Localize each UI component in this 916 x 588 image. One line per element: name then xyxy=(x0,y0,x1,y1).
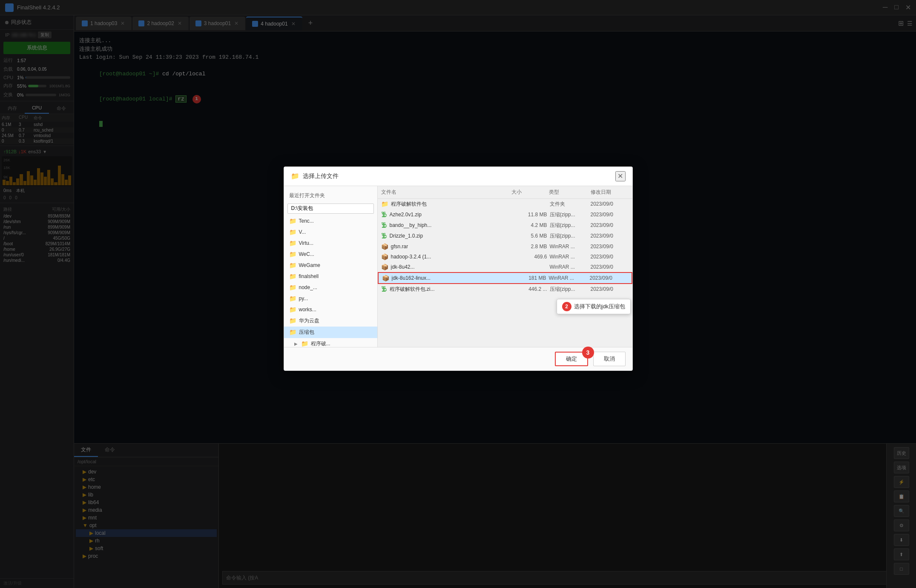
step-2-badge: 2 xyxy=(562,302,571,311)
upload-icon: 📁 xyxy=(291,172,299,180)
folder-label: 压缩包 xyxy=(299,329,314,336)
folder-icon: 📁 xyxy=(289,284,296,291)
file-name: 程序破解软件包.zi... xyxy=(390,286,511,293)
folder-wegame[interactable]: 📁 WeGame xyxy=(284,260,377,271)
rar-icon: 📦 xyxy=(382,275,389,281)
confirm-area: 确定 3 xyxy=(555,352,588,366)
file-date: 2023/09/0 xyxy=(591,254,629,260)
file-row-jdk8u162[interactable]: 📦 jdk-8u162-linux... 181 MB WinRAR ... 2… xyxy=(378,272,632,284)
folder-icon: 📁 xyxy=(289,240,296,247)
dialog-title-text: 选择上传文件 xyxy=(303,172,339,180)
file-date: 2023/09/0 xyxy=(591,212,629,218)
file-row-gfsn[interactable]: 📦 gfsn.rar 2.8 MB WinRAR ... 2023/09/0 xyxy=(378,241,632,252)
folder-icon: 📁 xyxy=(289,273,296,280)
file-date: 2023/09/0 xyxy=(591,244,629,250)
folder-cracked[interactable]: ▶ 📁 程序破... xyxy=(284,338,377,347)
rar-icon: 📦 xyxy=(381,253,388,260)
file-size: 11.8 MB xyxy=(513,212,547,218)
folder-label: WeGame xyxy=(299,262,320,268)
folder-label: py... xyxy=(299,295,308,301)
file-size: 469.6 xyxy=(513,254,547,260)
file-row-folder[interactable]: 📁 程序破解软件包 文件夹 2023/09/0 xyxy=(378,199,632,209)
folder-icon: 📁 xyxy=(289,229,296,235)
folder-tenc[interactable]: 📁 Tenc... xyxy=(284,215,377,227)
folder-finalshell[interactable]: 📁 finalshell xyxy=(284,271,377,282)
folder-works[interactable]: 📁 works... xyxy=(284,304,377,315)
folder-label: node_... xyxy=(299,284,317,290)
folder-wec[interactable]: 📁 WeC... xyxy=(284,249,377,260)
dialog-overlay: 📁 选择上传文件 ✕ 最近打开文件夹 📁 Tenc... 📁 V... 📁 xyxy=(0,0,916,588)
file-name: gfsn.rar xyxy=(391,244,511,250)
file-name: Drizzle_1.0.zip xyxy=(390,233,511,239)
file-type: WinRAR ... xyxy=(550,244,588,250)
expand-arrow-icon: ▶ xyxy=(294,341,298,346)
dialog-title-bar: 📁 选择上传文件 ✕ xyxy=(284,167,632,186)
zip-icon: 🗜 xyxy=(381,211,387,218)
folder-icon: 📁 xyxy=(289,218,296,224)
folder-icon: 📁 xyxy=(289,317,296,324)
folder-label: WeC... xyxy=(299,251,314,257)
file-date: 2023/09/0 xyxy=(591,286,629,292)
file-date: 2023/09/0 xyxy=(591,264,629,270)
folder-icon: 📁 xyxy=(301,340,308,347)
folder-compressed[interactable]: 📁 压缩包 xyxy=(284,327,377,338)
folder-icon: 📁 xyxy=(289,251,296,258)
folder-py[interactable]: 📁 py... xyxy=(284,293,377,304)
folder-label: V... xyxy=(299,229,306,235)
path-input[interactable] xyxy=(287,204,374,214)
file-date: 2023/09/0 xyxy=(590,275,628,281)
folder-label: finalshell xyxy=(299,273,319,279)
file-row-drizzle[interactable]: 🗜 Drizzle_1.0.zip 5.6 MB 压缩(zipp... 2023… xyxy=(378,231,632,241)
file-row-hadoop[interactable]: 📦 hadoop-3.2.4 (1... 469.6 WinRAR ... 20… xyxy=(378,252,632,262)
folder-huawei[interactable]: 📁 华为云盘 xyxy=(284,315,377,327)
zip-icon: 🗜 xyxy=(381,286,387,293)
folder-virtu[interactable]: 📁 Virtu... xyxy=(284,238,377,249)
folder-label: 程序破... xyxy=(311,340,330,347)
file-row-azhe[interactable]: 🗜 Azhe2.0v1.zip 11.8 MB 压缩(zipp... 2023/… xyxy=(378,209,632,220)
file-type: 压缩(zipp... xyxy=(550,286,588,293)
dialog-close-button[interactable]: ✕ xyxy=(615,171,626,181)
file-name: 程序破解软件包 xyxy=(391,201,511,208)
file-name: jdk-8u42... xyxy=(391,264,511,270)
rar-icon: 📦 xyxy=(381,264,388,270)
zip-icon: 🗜 xyxy=(381,232,387,239)
recent-label: 最近打开文件夹 xyxy=(284,189,377,202)
file-row-cracked-zip[interactable]: 🗜 程序破解软件包.zi... 446.2 ... 压缩(zipp... 202… xyxy=(378,284,632,295)
file-type: 文件夹 xyxy=(550,201,588,208)
file-type: WinRAR ... xyxy=(550,254,588,260)
upload-dialog: 📁 选择上传文件 ✕ 最近打开文件夹 📁 Tenc... 📁 V... 📁 xyxy=(284,166,633,371)
rar-icon: 📦 xyxy=(381,243,388,250)
file-type: WinRAR ... xyxy=(550,264,588,270)
file-date: 2023/09/0 xyxy=(591,201,629,207)
folder-label: Tenc... xyxy=(299,218,314,224)
file-type: 压缩(zipp... xyxy=(550,222,588,229)
col-date-header[interactable]: 修改日期 xyxy=(591,189,629,196)
file-list: 📁 程序破解软件包 文件夹 2023/09/0 🗜 Azhe2.0v1.zip … xyxy=(378,199,632,347)
col-filename-header[interactable]: 文件名 xyxy=(381,189,508,196)
file-row-jdk8u42[interactable]: 📦 jdk-8u42... WinRAR ... 2023/09/0 xyxy=(378,262,632,272)
dialog-body: 最近打开文件夹 📁 Tenc... 📁 V... 📁 Virtu... 📁 We… xyxy=(284,186,632,347)
folder-icon: 📁 xyxy=(381,201,388,207)
file-list-header: 文件名 大小 类型 修改日期 xyxy=(378,186,632,199)
folder-label: Virtu... xyxy=(299,240,313,246)
col-size-header[interactable]: 大小 xyxy=(511,189,546,196)
file-size: 5.6 MB xyxy=(513,233,547,239)
file-size: 181 MB xyxy=(512,275,546,281)
folder-icon: 📁 xyxy=(289,329,296,336)
col-type-header[interactable]: 类型 xyxy=(549,189,587,196)
file-name: hadoop-3.2.4 (1... xyxy=(391,254,511,260)
file-type: 压缩(zipp... xyxy=(550,232,588,240)
file-type: 压缩(zipp... xyxy=(550,211,588,218)
folder-label: works... xyxy=(299,307,316,313)
folder-v[interactable]: 📁 V... xyxy=(284,227,377,238)
folder-node[interactable]: 📁 node_... xyxy=(284,282,377,293)
file-size: 4.2 MB xyxy=(513,222,547,228)
dialog-footer: 确定 3 取消 xyxy=(284,347,632,370)
step2-tooltip: 2选择下载的jdk压缩包 xyxy=(557,299,631,314)
file-row-bando[interactable]: 🗜 bando__by_hiph... 4.2 MB 压缩(zipp... 20… xyxy=(378,220,632,231)
cancel-button[interactable]: 取消 xyxy=(593,352,626,366)
dialog-file-area: 文件名 大小 类型 修改日期 📁 程序破解软件包 文件夹 2023/09/0 🗜 xyxy=(378,186,632,347)
folder-label: 华为云盘 xyxy=(299,317,319,324)
tooltip-text: 选择下载的jdk压缩包 xyxy=(574,303,626,310)
folder-icon: 📁 xyxy=(289,262,296,269)
